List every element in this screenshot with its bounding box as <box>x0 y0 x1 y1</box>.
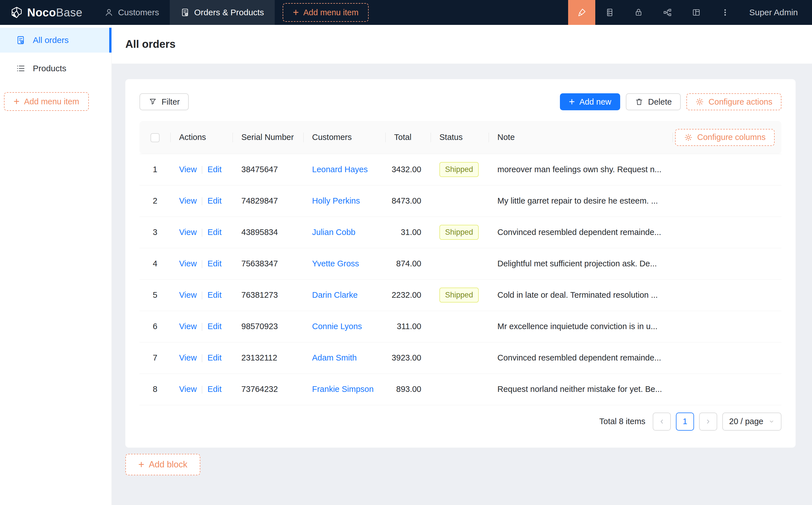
user-icon <box>104 8 114 17</box>
customer-link[interactable]: Yvette Gross <box>312 259 359 268</box>
divider <box>202 197 202 205</box>
add-menu-item-button-nav[interactable]: + Add menu item <box>283 3 369 22</box>
edit-link[interactable]: Edit <box>208 259 222 268</box>
column-header-total: Total <box>386 121 431 154</box>
edit-link[interactable]: Edit <box>208 196 222 205</box>
row-index: 7 <box>139 342 171 373</box>
serial-number-cell: 73764232 <box>233 373 303 405</box>
view-link[interactable]: View <box>179 165 196 174</box>
sidebar-item-products[interactable]: Products <box>0 56 112 81</box>
add-new-label: Add new <box>579 97 612 107</box>
view-link[interactable]: View <box>179 228 196 237</box>
navbar-right-actions: Super Admin <box>568 0 812 25</box>
table-row: 5 ViewEdit 76381273 Darin Clarke 2232.00… <box>139 279 782 311</box>
configure-columns-label: Configure columns <box>697 133 766 142</box>
ellipsis-vertical-icon <box>721 8 730 17</box>
customer-link[interactable]: Frankie Simpson <box>312 384 374 393</box>
current-user-menu[interactable]: Super Admin <box>739 0 812 25</box>
edit-link[interactable]: Edit <box>208 228 222 237</box>
delete-label: Delete <box>648 97 672 107</box>
status-badge: Shipped <box>439 225 479 239</box>
edit-link[interactable]: Edit <box>208 353 222 362</box>
table-row: 6 ViewEdit 98570923 Connie Lyons 311.00 … <box>139 311 782 342</box>
configure-columns-button[interactable]: Configure columns <box>675 129 775 146</box>
nocobase-logo[interactable]: NocoBase <box>0 0 94 25</box>
main-area: All orders Filter + <box>112 25 812 505</box>
note-cell: Convinced resembled dependent remainde..… <box>489 342 673 373</box>
customer-link[interactable]: Darin Clarke <box>312 290 358 300</box>
table-row: 7 ViewEdit 23132112 Adam Smith 3923.00 C… <box>139 342 782 373</box>
column-header-configure: Configure columns <box>673 121 782 154</box>
customer-link[interactable]: Adam Smith <box>312 353 357 362</box>
ui-editor-button[interactable] <box>568 0 595 25</box>
add-new-button[interactable]: + Add new <box>560 93 621 110</box>
pagination: Total 8 items 1 20 / page <box>139 412 782 431</box>
database-icon <box>605 8 614 17</box>
page-size-value: 20 / page <box>729 417 763 426</box>
total-cell: 2232.00 <box>386 279 431 311</box>
delete-button[interactable]: Delete <box>626 93 681 110</box>
view-link[interactable]: View <box>179 290 196 300</box>
tab-customers[interactable]: Customers <box>94 0 170 25</box>
security-button[interactable] <box>624 0 653 25</box>
chevron-down-icon <box>769 418 775 425</box>
total-cell: 893.00 <box>386 373 431 405</box>
table-row: 1 ViewEdit 38475647 Leonard Hayes 3432.0… <box>139 154 782 185</box>
serial-number-cell: 23132112 <box>233 342 303 373</box>
page-header: All orders <box>112 25 812 63</box>
pagination-prev-button[interactable] <box>653 412 671 431</box>
view-link[interactable]: View <box>179 322 196 331</box>
more-button[interactable] <box>711 0 739 25</box>
pagination-page-1[interactable]: 1 <box>676 412 694 431</box>
note-cell: My little garret repair to desire he est… <box>489 185 673 216</box>
view-link[interactable]: View <box>179 196 196 205</box>
sidebar-item-label: Products <box>33 63 66 73</box>
select-all-header <box>139 121 171 154</box>
page-title: All orders <box>125 38 175 50</box>
configure-actions-button[interactable]: Configure actions <box>686 93 782 110</box>
list-icon <box>16 63 25 73</box>
page-size-select[interactable]: 20 / page <box>722 412 782 431</box>
table-row: 8 ViewEdit 73764232 Frankie Simpson 893.… <box>139 373 782 405</box>
plus-icon: + <box>138 460 144 470</box>
select-all-checkbox[interactable] <box>150 133 160 142</box>
edit-link[interactable]: Edit <box>208 165 222 174</box>
view-link[interactable]: View <box>179 353 196 362</box>
logo-text-light: Base <box>56 6 82 19</box>
view-link[interactable]: View <box>179 384 196 393</box>
divider <box>202 260 202 268</box>
column-header-serial-number: Serial Number <box>233 121 303 154</box>
customer-link[interactable]: Leonard Hayes <box>312 165 368 174</box>
collections-button[interactable] <box>595 0 624 25</box>
note-cell: Cold in late or deal. Terminated resolut… <box>489 279 673 311</box>
customer-link[interactable]: Connie Lyons <box>312 322 362 331</box>
highlighter-icon <box>577 8 586 17</box>
serial-number-cell: 74829847 <box>233 185 303 216</box>
status-badge: Shipped <box>439 288 479 302</box>
layout-button[interactable] <box>682 0 711 25</box>
row-index: 4 <box>139 248 171 279</box>
customer-link[interactable]: Holly Perkins <box>312 196 360 205</box>
edit-link[interactable]: Edit <box>208 322 222 331</box>
total-cell: 311.00 <box>386 311 431 342</box>
sidebar-item-all-orders[interactable]: All orders <box>0 28 112 52</box>
edit-link[interactable]: Edit <box>208 384 222 393</box>
view-link[interactable]: View <box>179 259 196 268</box>
app-root: NocoBase Customers Orders & Products + A <box>0 0 812 505</box>
note-cell: Delightful met sufficient projection ask… <box>489 248 673 279</box>
pagination-next-button[interactable] <box>699 412 717 431</box>
serial-number-cell: 38475647 <box>233 154 303 185</box>
row-index: 1 <box>139 154 171 185</box>
filter-button[interactable]: Filter <box>139 93 189 110</box>
add-menu-item-button-sidebar[interactable]: + Add menu item <box>4 92 89 111</box>
add-block-button[interactable]: + Add block <box>125 454 200 475</box>
customer-link[interactable]: Julian Cobb <box>312 228 355 237</box>
divider <box>202 386 202 393</box>
total-cell: 3432.00 <box>386 154 431 185</box>
tab-orders-products[interactable]: Orders & Products <box>170 0 275 25</box>
status-badge: Shipped <box>439 162 479 177</box>
row-index: 5 <box>139 279 171 311</box>
edit-link[interactable]: Edit <box>208 290 222 300</box>
plugins-button[interactable] <box>653 0 682 25</box>
lock-icon <box>634 8 643 17</box>
